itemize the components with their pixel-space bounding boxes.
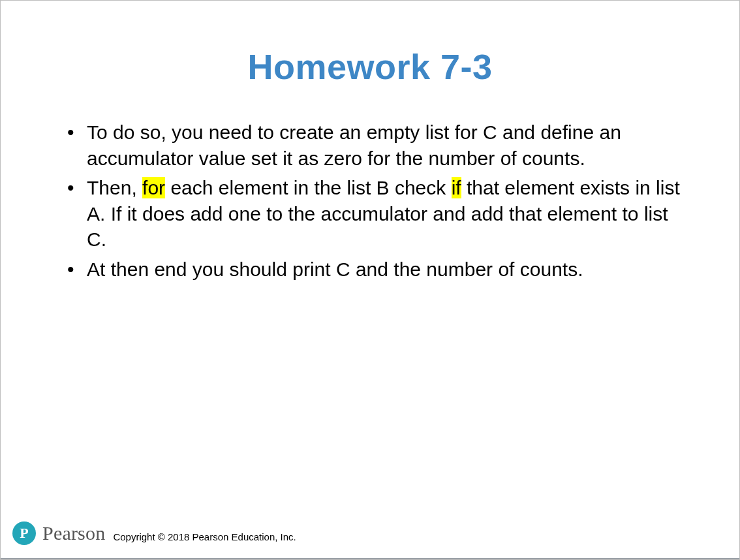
highlighted-text: if [452,177,461,198]
bottom-border [1,558,739,559]
slide: Homework 7-3 To do so, you need to creat… [0,0,740,560]
bullet-list: To do so, you need to create an empty li… [59,119,681,283]
bullet-text: Then, [87,177,142,198]
slide-content: To do so, you need to create an empty li… [59,119,681,283]
bullet-item: At then end you should print C and the n… [59,257,681,283]
slide-title: Homework 7-3 [1,46,739,87]
bullet-text: To do so, you need to create an empty li… [87,121,621,169]
bullet-item: To do so, you need to create an empty li… [59,119,681,171]
footer: P Pearson Copyright © 2018 Pearson Educa… [12,521,296,545]
bullet-text: each element in the list B check [165,177,452,198]
highlighted-text: for [142,177,165,198]
pearson-logo-icon: P [12,521,36,545]
brand-name: Pearson [42,522,105,544]
bullet-text: At then end you should print C and the n… [87,258,583,280]
bullet-item: Then, for each element in the list B che… [59,175,681,253]
copyright-text: Copyright © 2018 Pearson Education, Inc. [113,531,296,545]
pearson-logo-letter: P [20,525,28,542]
